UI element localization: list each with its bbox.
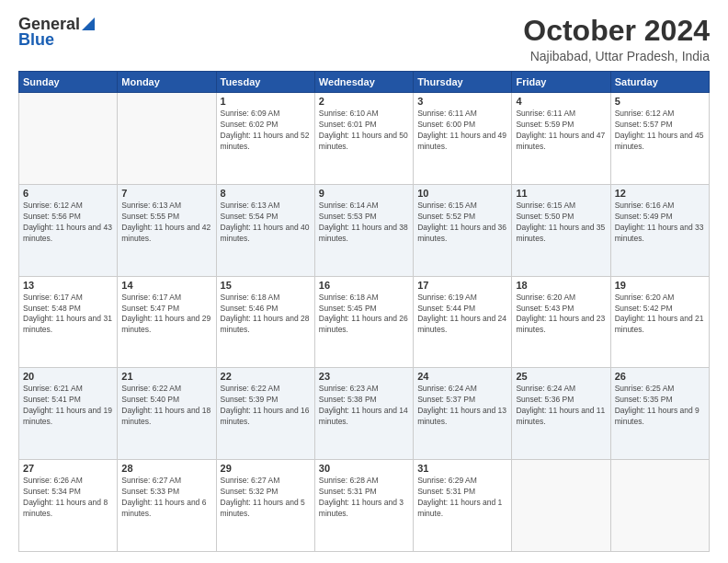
calendar-cell: 23Sunrise: 6:23 AM Sunset: 5:38 PM Dayli…	[314, 368, 413, 460]
day-info: Sunrise: 6:26 AM Sunset: 5:34 PM Dayligh…	[23, 476, 113, 520]
day-info: Sunrise: 6:16 AM Sunset: 5:49 PM Dayligh…	[615, 201, 705, 245]
day-info: Sunrise: 6:29 AM Sunset: 5:31 PM Dayligh…	[417, 476, 507, 520]
day-number: 26	[615, 371, 705, 382]
day-number: 13	[23, 280, 113, 291]
day-info: Sunrise: 6:10 AM Sunset: 6:01 PM Dayligh…	[319, 109, 409, 153]
day-info: Sunrise: 6:12 AM Sunset: 5:56 PM Dayligh…	[23, 201, 113, 245]
calendar-cell: 19Sunrise: 6:20 AM Sunset: 5:42 PM Dayli…	[610, 276, 709, 368]
day-number: 24	[417, 371, 507, 382]
day-number: 21	[121, 371, 211, 382]
day-number: 25	[516, 371, 606, 382]
logo-triangle-icon	[82, 17, 95, 30]
sub-title: Najibabad, Uttar Pradesh, India	[523, 49, 710, 63]
day-number: 19	[615, 280, 705, 291]
calendar-week-row: 27Sunrise: 6:26 AM Sunset: 5:34 PM Dayli…	[19, 460, 710, 552]
calendar-cell: 9Sunrise: 6:14 AM Sunset: 5:53 PM Daylig…	[314, 184, 413, 276]
calendar-week-row: 6Sunrise: 6:12 AM Sunset: 5:56 PM Daylig…	[19, 184, 710, 276]
day-number: 16	[319, 280, 409, 291]
day-number: 9	[319, 188, 409, 199]
calendar-cell: 14Sunrise: 6:17 AM Sunset: 5:47 PM Dayli…	[118, 276, 216, 368]
calendar-cell: 28Sunrise: 6:27 AM Sunset: 5:33 PM Dayli…	[118, 460, 216, 552]
day-number: 4	[516, 96, 606, 107]
calendar-cell: 5Sunrise: 6:12 AM Sunset: 5:57 PM Daylig…	[610, 93, 709, 185]
day-info: Sunrise: 6:18 AM Sunset: 5:46 PM Dayligh…	[221, 293, 311, 337]
day-number: 18	[516, 280, 606, 291]
logo-blue: Blue	[18, 30, 54, 50]
day-number: 7	[121, 188, 211, 199]
day-header: Thursday	[414, 72, 512, 93]
day-info: Sunrise: 6:09 AM Sunset: 6:02 PM Dayligh…	[221, 109, 311, 153]
calendar-cell: 24Sunrise: 6:24 AM Sunset: 5:37 PM Dayli…	[414, 368, 512, 460]
svg-marker-0	[82, 17, 95, 30]
day-number: 31	[417, 463, 507, 474]
calendar-table: SundayMondayTuesdayWednesdayThursdayFrid…	[18, 71, 710, 552]
day-info: Sunrise: 6:17 AM Sunset: 5:47 PM Dayligh…	[121, 293, 211, 337]
day-info: Sunrise: 6:11 AM Sunset: 5:59 PM Dayligh…	[516, 109, 606, 153]
day-number: 30	[319, 463, 409, 474]
title-block: October 2024 Najibabad, Uttar Pradesh, I…	[523, 15, 710, 63]
day-number: 1	[221, 96, 311, 107]
day-number: 17	[417, 280, 507, 291]
day-number: 12	[615, 188, 705, 199]
day-number: 29	[221, 463, 311, 474]
calendar-cell: 20Sunrise: 6:21 AM Sunset: 5:41 PM Dayli…	[19, 368, 118, 460]
calendar-cell: 25Sunrise: 6:24 AM Sunset: 5:36 PM Dayli…	[512, 368, 610, 460]
day-number: 14	[121, 280, 211, 291]
day-info: Sunrise: 6:22 AM Sunset: 5:40 PM Dayligh…	[121, 384, 211, 428]
day-header: Monday	[118, 72, 216, 93]
day-number: 22	[221, 371, 311, 382]
calendar-week-row: 1Sunrise: 6:09 AM Sunset: 6:02 PM Daylig…	[19, 93, 710, 185]
calendar-cell: 21Sunrise: 6:22 AM Sunset: 5:40 PM Dayli…	[118, 368, 216, 460]
day-number: 28	[121, 463, 211, 474]
day-number: 2	[319, 96, 409, 107]
calendar-cell: 2Sunrise: 6:10 AM Sunset: 6:01 PM Daylig…	[314, 93, 413, 185]
day-info: Sunrise: 6:12 AM Sunset: 5:57 PM Dayligh…	[615, 109, 705, 153]
day-info: Sunrise: 6:17 AM Sunset: 5:48 PM Dayligh…	[23, 293, 113, 337]
calendar-cell: 27Sunrise: 6:26 AM Sunset: 5:34 PM Dayli…	[19, 460, 118, 552]
day-info: Sunrise: 6:27 AM Sunset: 5:32 PM Dayligh…	[221, 476, 311, 520]
calendar-cell	[118, 93, 216, 185]
calendar-cell: 31Sunrise: 6:29 AM Sunset: 5:31 PM Dayli…	[414, 460, 512, 552]
day-info: Sunrise: 6:20 AM Sunset: 5:42 PM Dayligh…	[615, 293, 705, 337]
calendar-cell: 3Sunrise: 6:11 AM Sunset: 6:00 PM Daylig…	[414, 93, 512, 185]
day-info: Sunrise: 6:27 AM Sunset: 5:33 PM Dayligh…	[121, 476, 211, 520]
day-info: Sunrise: 6:21 AM Sunset: 5:41 PM Dayligh…	[23, 384, 113, 428]
day-number: 23	[319, 371, 409, 382]
calendar-cell: 4Sunrise: 6:11 AM Sunset: 5:59 PM Daylig…	[512, 93, 610, 185]
calendar-cell: 29Sunrise: 6:27 AM Sunset: 5:32 PM Dayli…	[216, 460, 314, 552]
day-header: Wednesday	[314, 72, 413, 93]
day-info: Sunrise: 6:28 AM Sunset: 5:31 PM Dayligh…	[319, 476, 409, 520]
day-number: 6	[23, 188, 113, 199]
calendar-cell	[512, 460, 610, 552]
day-info: Sunrise: 6:25 AM Sunset: 5:35 PM Dayligh…	[615, 384, 705, 428]
day-number: 27	[23, 463, 113, 474]
day-info: Sunrise: 6:19 AM Sunset: 5:44 PM Dayligh…	[417, 293, 507, 337]
day-info: Sunrise: 6:24 AM Sunset: 5:37 PM Dayligh…	[417, 384, 507, 428]
calendar-cell: 10Sunrise: 6:15 AM Sunset: 5:52 PM Dayli…	[414, 184, 512, 276]
calendar-cell: 17Sunrise: 6:19 AM Sunset: 5:44 PM Dayli…	[414, 276, 512, 368]
calendar-cell	[610, 460, 709, 552]
calendar-cell: 30Sunrise: 6:28 AM Sunset: 5:31 PM Dayli…	[314, 460, 413, 552]
day-info: Sunrise: 6:18 AM Sunset: 5:45 PM Dayligh…	[319, 293, 409, 337]
day-number: 8	[221, 188, 311, 199]
day-info: Sunrise: 6:22 AM Sunset: 5:39 PM Dayligh…	[221, 384, 311, 428]
day-info: Sunrise: 6:24 AM Sunset: 5:36 PM Dayligh…	[516, 384, 606, 428]
calendar-cell: 15Sunrise: 6:18 AM Sunset: 5:46 PM Dayli…	[216, 276, 314, 368]
calendar-cell: 11Sunrise: 6:15 AM Sunset: 5:50 PM Dayli…	[512, 184, 610, 276]
calendar-cell: 8Sunrise: 6:13 AM Sunset: 5:54 PM Daylig…	[216, 184, 314, 276]
day-number: 15	[221, 280, 311, 291]
day-info: Sunrise: 6:13 AM Sunset: 5:54 PM Dayligh…	[221, 201, 311, 245]
calendar-cell: 1Sunrise: 6:09 AM Sunset: 6:02 PM Daylig…	[216, 93, 314, 185]
day-info: Sunrise: 6:14 AM Sunset: 5:53 PM Dayligh…	[319, 201, 409, 245]
day-info: Sunrise: 6:20 AM Sunset: 5:43 PM Dayligh…	[516, 293, 606, 337]
day-info: Sunrise: 6:15 AM Sunset: 5:50 PM Dayligh…	[516, 201, 606, 245]
day-number: 3	[417, 96, 507, 107]
day-number: 5	[615, 96, 705, 107]
calendar-cell: 13Sunrise: 6:17 AM Sunset: 5:48 PM Dayli…	[19, 276, 118, 368]
day-header: Saturday	[610, 72, 709, 93]
day-info: Sunrise: 6:23 AM Sunset: 5:38 PM Dayligh…	[319, 384, 409, 428]
logo: General Blue	[18, 15, 95, 50]
day-info: Sunrise: 6:13 AM Sunset: 5:55 PM Dayligh…	[121, 201, 211, 245]
calendar-cell: 18Sunrise: 6:20 AM Sunset: 5:43 PM Dayli…	[512, 276, 610, 368]
day-number: 11	[516, 188, 606, 199]
